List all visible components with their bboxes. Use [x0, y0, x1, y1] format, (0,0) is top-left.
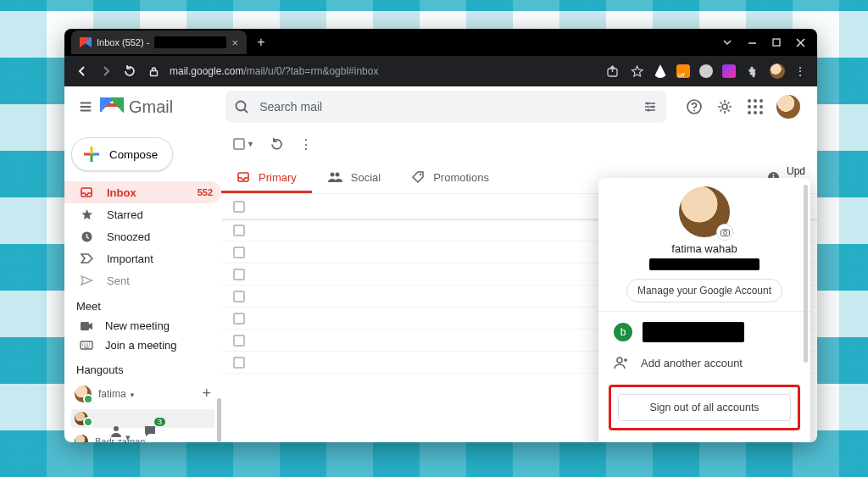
- sent-icon: [80, 275, 93, 286]
- svg-point-6: [647, 103, 649, 105]
- meet-join-meeting[interactable]: Join a meeting: [64, 336, 221, 355]
- tab-promotions-label: Promotions: [433, 171, 489, 184]
- nav-sent[interactable]: Sent: [64, 269, 221, 291]
- search-options-icon[interactable]: [643, 99, 658, 114]
- promotions-tab-icon: [411, 170, 425, 184]
- extension-icon-2[interactable]: off: [676, 64, 690, 78]
- extension-icon-4[interactable]: [722, 64, 736, 78]
- main-panel: ▼ ⋮ Primary Social Promotions: [221, 127, 817, 442]
- compose-button[interactable]: Compose: [71, 137, 173, 171]
- video-icon: [80, 321, 93, 331]
- sign-out-button[interactable]: Sign out of all accounts: [618, 394, 791, 421]
- new-tab-button[interactable]: +: [253, 35, 269, 50]
- camera-icon[interactable]: [716, 224, 733, 241]
- hangouts-chat-icon[interactable]: 3: [141, 422, 159, 441]
- compose-label: Compose: [109, 148, 158, 161]
- svg-point-19: [335, 173, 339, 177]
- forward-icon[interactable]: [98, 64, 114, 79]
- add-account-label: Add another account: [641, 357, 743, 369]
- gmail-m-icon: [100, 97, 124, 116]
- nav-sent-label: Sent: [107, 275, 130, 287]
- chrome-menu-icon[interactable]: ⋮: [794, 64, 807, 78]
- select-all[interactable]: ▼: [233, 138, 254, 150]
- row-checkbox[interactable]: [233, 269, 245, 280]
- account-name: fatima wahab: [598, 242, 810, 255]
- sidebar: Compose Inbox 552 Starred Snoozed: [64, 127, 221, 442]
- lock-icon[interactable]: [146, 64, 161, 79]
- popup-scrollbar[interactable]: [804, 185, 808, 363]
- back-icon[interactable]: [75, 64, 90, 79]
- chat-badge: 3: [154, 418, 165, 426]
- browser-tab[interactable]: Inbox (552) - ×: [71, 31, 247, 54]
- extension-icon-3[interactable]: [699, 64, 713, 78]
- svg-rect-26: [723, 229, 726, 230]
- google-apps-icon[interactable]: [746, 97, 765, 116]
- row-checkbox[interactable]: [233, 291, 245, 302]
- extension-icon-1[interactable]: [654, 64, 667, 78]
- url[interactable]: mail.google.com/mail/u/0/?tab=rm&ogbl#in…: [170, 65, 378, 77]
- browser-window: Inbox (552) - × + mail.google.com/mail/u…: [64, 29, 817, 442]
- nav-inbox-count: 552: [198, 187, 213, 197]
- social-tab-icon: [327, 171, 342, 183]
- minimize-icon[interactable]: [748, 38, 757, 47]
- tab-title-redacted: [154, 36, 226, 48]
- tab-close-icon[interactable]: ×: [231, 36, 238, 49]
- nav-snoozed-label: Snoozed: [107, 230, 150, 243]
- more-icon[interactable]: ⋮: [299, 136, 313, 153]
- support-icon[interactable]: [685, 97, 704, 116]
- svg-point-23: [772, 174, 774, 175]
- share-icon[interactable]: [604, 64, 620, 79]
- account-avatar[interactable]: [776, 95, 800, 119]
- compose-plus-icon: [84, 147, 99, 162]
- profile-avatar-icon[interactable]: [770, 64, 785, 79]
- row-checkbox[interactable]: [233, 313, 245, 324]
- meet-new-meeting[interactable]: New meeting: [64, 316, 221, 336]
- nav-inbox-label: Inbox: [107, 186, 136, 199]
- reload-icon[interactable]: [122, 64, 137, 79]
- bookmark-star-icon[interactable]: [629, 64, 644, 79]
- person-add-icon: [614, 356, 629, 369]
- keyboard-icon: [80, 341, 93, 350]
- svg-rect-2: [150, 70, 157, 75]
- maximize-icon[interactable]: [772, 38, 781, 47]
- window-controls: [722, 37, 817, 47]
- hangouts-user-row[interactable]: fatima ▼ +: [64, 380, 221, 406]
- nav-snoozed[interactable]: Snoozed: [64, 225, 221, 247]
- svg-point-10: [693, 110, 695, 112]
- svg-point-25: [723, 231, 726, 235]
- other-account-initial: b: [614, 323, 632, 341]
- nav-starred[interactable]: Starred: [64, 203, 221, 225]
- main-menu-icon[interactable]: [78, 99, 93, 114]
- extensions-puzzle-icon[interactable]: [745, 64, 760, 79]
- search-bar[interactable]: Search mail: [225, 91, 666, 123]
- row-checkbox[interactable]: [233, 247, 245, 258]
- add-account-button[interactable]: Add another account: [598, 347, 810, 378]
- hangouts-add-icon[interactable]: +: [202, 385, 211, 402]
- refresh-icon[interactable]: [270, 137, 284, 152]
- row-checkbox[interactable]: [233, 357, 245, 369]
- row-checkbox[interactable]: [233, 225, 245, 236]
- nav-inbox[interactable]: Inbox 552: [64, 181, 221, 203]
- manage-account-button[interactable]: Manage your Google Account: [626, 279, 782, 302]
- row-checkbox[interactable]: [233, 335, 245, 347]
- hangouts-avatar: [75, 385, 92, 402]
- primary-tab-icon: [236, 170, 250, 184]
- address-bar: mail.google.com/mail/u/0/?tab=rm&ogbl#in…: [64, 56, 817, 86]
- hangouts-person-icon[interactable]: ▾: [107, 422, 125, 441]
- row-checkbox[interactable]: [233, 201, 245, 213]
- tab-search-icon[interactable]: [722, 37, 732, 47]
- tab-primary[interactable]: Primary: [221, 161, 312, 193]
- tab-title: Inbox (552) -: [97, 37, 149, 47]
- tab-social[interactable]: Social: [312, 161, 396, 193]
- other-account-row[interactable]: b: [598, 317, 810, 347]
- meet-new-label: New meeting: [105, 319, 170, 332]
- settings-gear-icon[interactable]: [715, 97, 734, 116]
- hangouts-username: fatima ▼: [98, 388, 136, 400]
- gmail-logo[interactable]: Gmail: [100, 97, 173, 117]
- close-window-icon[interactable]: [796, 38, 805, 47]
- titlebar: Inbox (552) - × +: [64, 29, 817, 56]
- tab-promotions[interactable]: Promotions: [396, 161, 504, 193]
- svg-line-5: [244, 109, 248, 113]
- meet-section-title: Meet: [64, 291, 221, 316]
- nav-important[interactable]: Important: [64, 247, 221, 269]
